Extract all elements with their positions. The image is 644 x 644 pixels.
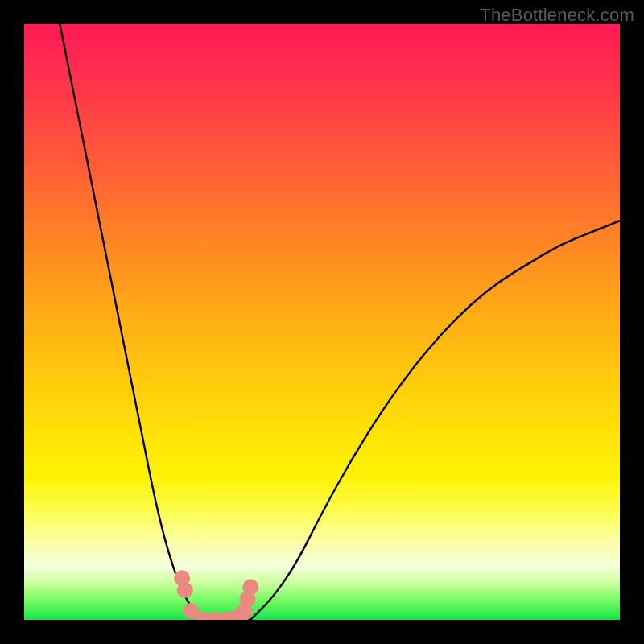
marker-group	[174, 570, 258, 620]
chart-svg	[24, 24, 620, 620]
curve-group	[60, 24, 620, 620]
curve-path	[60, 24, 620, 620]
outer-frame: TheBottleneck.com	[0, 0, 644, 644]
watermark-text: TheBottleneck.com	[480, 5, 634, 26]
valley-marker	[242, 579, 258, 595]
valley-marker	[177, 582, 193, 598]
plot-area	[24, 24, 620, 620]
